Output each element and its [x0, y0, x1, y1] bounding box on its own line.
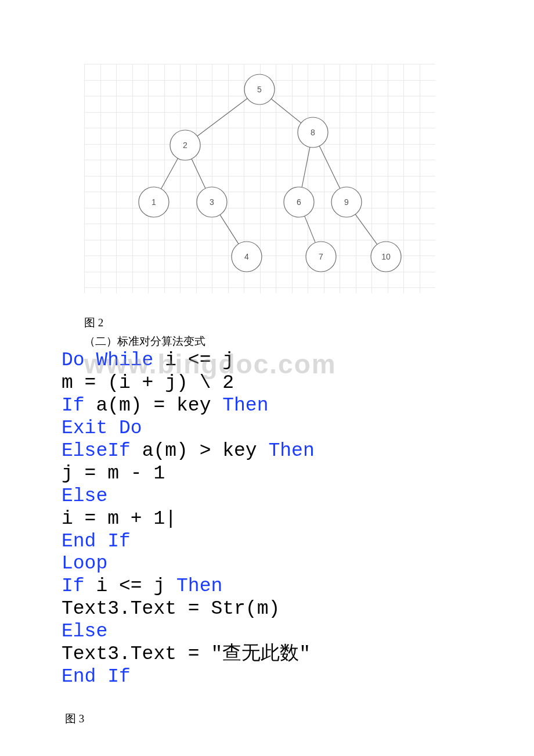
code-token: Else — [62, 621, 107, 642]
code-token: Exit Do — [62, 417, 142, 439]
tree-edge — [305, 216, 316, 243]
code-token: a(m) = key — [85, 395, 223, 416]
tree-node-label: 10 — [381, 252, 391, 261]
code-token: a(m) > key — [131, 440, 269, 462]
tree-node-label: 3 — [210, 197, 214, 207]
code-token: Then — [176, 575, 222, 597]
code-token: Text3.Text = "查无此数" — [62, 643, 311, 665]
code-token: i <= j — [85, 575, 176, 597]
tree-svg: 52813694710 — [84, 64, 435, 293]
code-token: ElseIf — [62, 440, 131, 462]
tree-edge — [319, 146, 340, 188]
tree-node-label: 7 — [319, 252, 323, 261]
code-token: End If — [62, 666, 131, 687]
figure-3-caption: 图 3 — [65, 711, 84, 726]
tree-node-label: 6 — [297, 197, 301, 207]
code-block: Do While i <= j m = (i + j) \ 2 If a(m) … — [62, 350, 315, 689]
tree-edge — [220, 215, 239, 244]
code-token: Loop — [62, 553, 107, 574]
code-token: Else — [62, 485, 107, 507]
tree-node-label: 8 — [311, 128, 315, 137]
tree-node-label: 1 — [151, 197, 156, 207]
tree-node-label: 5 — [257, 85, 262, 94]
figure-2-caption: 图 2 — [84, 315, 103, 330]
tree-edge — [355, 214, 377, 244]
tree-edge — [197, 99, 247, 136]
tree-edge — [302, 147, 310, 187]
code-token: If — [62, 395, 85, 416]
code-token: End If — [62, 531, 131, 552]
tree-edge — [271, 99, 301, 123]
code-token: m = (i + j) \ 2 — [62, 372, 234, 394]
tree-edge — [192, 159, 205, 189]
code-token: If — [62, 575, 85, 597]
tree-node-label: 4 — [244, 252, 249, 261]
tree-edge — [161, 159, 178, 189]
section-heading: （二）标准对分算法变式 — [84, 334, 205, 349]
code-token: j = m - 1 — [62, 463, 165, 484]
code-token: Text3.Text = Str(m) — [62, 598, 280, 620]
tree-node-label: 9 — [344, 197, 349, 207]
code-token: i = m + 1| — [62, 508, 176, 530]
code-token: Do While — [62, 350, 153, 371]
code-token: i <= j — [153, 350, 234, 371]
tree-node-label: 2 — [183, 141, 187, 150]
code-token: Then — [222, 395, 268, 416]
code-token: Then — [268, 440, 314, 462]
tree-diagram: 52813694710 — [84, 64, 435, 293]
